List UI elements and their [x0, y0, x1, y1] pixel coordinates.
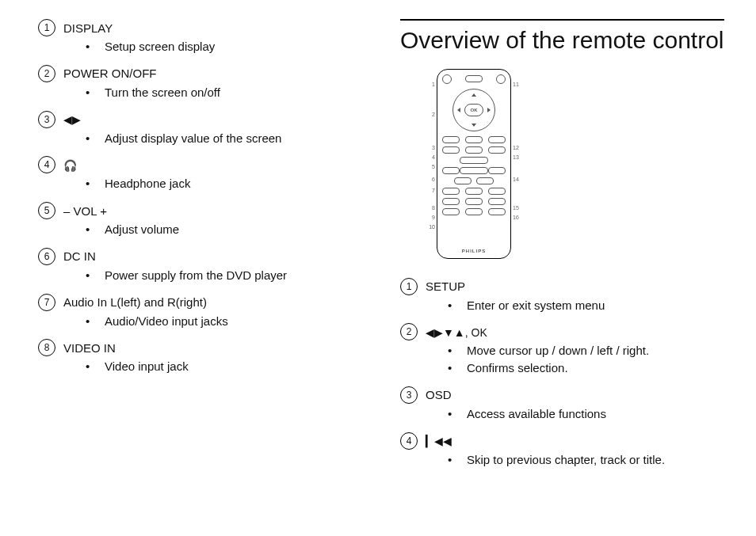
right-items-list: 1SETUPEnter or exit system menu2◀▶▼▲, OK… [400, 278, 724, 469]
remote-callout-number: 10 [426, 224, 435, 230]
item-number-circle: 5 [38, 202, 55, 219]
item-head: 4▎◀◀ [400, 432, 724, 450]
item-title: ◀▶▼▲, OK [426, 325, 487, 339]
remote-callout-number: 6 [426, 177, 435, 182]
item-title: Audio In L(left) and R(right) [63, 295, 207, 309]
item-title: POWER ON/OFF [63, 67, 157, 80]
item-description-list: Power supply from the DVD player [38, 267, 362, 284]
definition-item: 7Audio In L(left) and R(right)Audio/Vide… [38, 294, 362, 330]
remote-callout-number: 2 [426, 112, 435, 117]
remote-callout-number: 4 [426, 154, 435, 160]
item-title: ▎◀◀ [426, 434, 452, 447]
remote-callout-number: 14 [513, 177, 522, 182]
item-head: 1SETUP [400, 278, 724, 295]
remote-callout-number: 9 [426, 215, 435, 220]
item-head: 6DC IN [38, 248, 362, 265]
item-glyph-icon: 🎧 [63, 159, 77, 172]
item-description: Setup screen display [86, 38, 362, 55]
dpad-icon: OK [452, 89, 495, 131]
item-title: – VOL + [63, 204, 107, 218]
remote-callouts-right: 111213141516 [511, 69, 522, 259]
definition-item: 2POWER ON/OFFTurn the screen on/off [38, 65, 362, 101]
item-number-circle: 1 [400, 278, 418, 295]
item-description: Video input jack [86, 358, 362, 375]
item-description-list: Turn the screen on/off [38, 84, 362, 101]
overview-heading: Overview of the remote control [400, 27, 724, 55]
item-title: ◀▶ [63, 112, 81, 126]
remote-callout-number: 15 [513, 205, 522, 211]
item-description: Headphone jack [86, 175, 362, 192]
item-number-circle: 4 [38, 156, 55, 173]
item-description-list: Audio/Video input jacks [38, 313, 362, 330]
item-description: Power supply from the DVD player [86, 267, 362, 284]
item-glyph-icon: ◀▶ [63, 113, 81, 126]
item-description-list: Headphone jack [38, 175, 362, 192]
item-number-circle: 1 [38, 19, 55, 36]
item-head: 7Audio In L(left) and R(right) [38, 294, 362, 311]
item-number-circle: 3 [400, 386, 418, 404]
item-title: VIDEO IN [63, 341, 116, 355]
item-description: Adjust display value of the screen [86, 130, 362, 147]
definition-item: 3◀▶Adjust display value of the screen [38, 111, 362, 147]
item-head: 4🎧 [38, 156, 362, 173]
definition-item: 1SETUPEnter or exit system menu [400, 278, 724, 314]
item-head: 8VIDEO IN [38, 339, 362, 356]
item-description: Audio/Video input jacks [86, 313, 362, 330]
remote-brand: PHILIPS [462, 249, 486, 255]
item-head: 5– VOL + [38, 202, 362, 219]
definition-item: 1DISPLAYSetup screen display [38, 19, 362, 55]
item-title: SETUP [426, 279, 465, 293]
item-description: Turn the screen on/off [86, 84, 362, 101]
left-column: 1DISPLAYSetup screen display2POWER ON/OF… [38, 19, 362, 517]
item-description: Move cursor up / down / left / right. [448, 342, 724, 359]
item-glyph-icon: ▎◀◀ [426, 435, 452, 447]
definition-item: 2◀▶▼▲, OKMove cursor up / down / left / … [400, 323, 724, 377]
item-number-circle: 2 [38, 65, 55, 82]
item-title: DC IN [63, 249, 96, 263]
right-column: Overview of the remote control 123456789… [400, 19, 724, 517]
item-number-circle: 6 [38, 248, 55, 265]
definition-item: 4▎◀◀Skip to previous chapter, track or t… [400, 432, 724, 469]
item-description-list: Enter or exit system menu [400, 297, 724, 314]
remote-callout-number: 13 [513, 154, 522, 160]
item-title: OSD [426, 388, 452, 401]
item-description-list: Move cursor up / down / left / right.Con… [400, 342, 724, 377]
remote-callout-number: 3 [426, 145, 435, 150]
remote-figure: 12345678910 OK PHILIPS [426, 69, 724, 259]
remote-callouts-left: 12345678910 [426, 69, 437, 259]
definition-item: 6DC INPower supply from the DVD player [38, 248, 362, 284]
item-number-circle: 2 [400, 323, 418, 340]
manual-page: 1DISPLAYSetup screen display2POWER ON/OF… [0, 0, 756, 536]
item-head: 3OSD [400, 386, 724, 404]
remote-callout-number: 16 [513, 215, 522, 220]
item-description-list: Skip to previous chapter, track or title… [400, 451, 724, 469]
item-description-list: Video input jack [38, 358, 362, 375]
item-title: 🎧 [63, 158, 77, 172]
item-description-list: Adjust display value of the screen [38, 130, 362, 147]
item-description-list: Access available functions [400, 405, 724, 423]
remote-callout-number: 11 [513, 82, 522, 87]
item-number-circle: 4 [400, 432, 418, 450]
item-description: Enter or exit system menu [448, 297, 724, 314]
item-head: 3◀▶ [38, 111, 362, 128]
item-number-circle: 3 [38, 111, 55, 128]
item-description: Adjust volume [86, 221, 362, 238]
definition-item: 5– VOL +Adjust volume [38, 202, 362, 238]
item-title: DISPLAY [63, 21, 113, 35]
definition-item: 3OSDAccess available functions [400, 386, 724, 423]
item-number-circle: 8 [38, 339, 55, 356]
remote-control-illustration: OK PHILIPS [437, 69, 511, 259]
remote-callout-number: 12 [513, 145, 522, 150]
remote-callout-number: 7 [426, 188, 435, 193]
definition-item: 4🎧Headphone jack [38, 156, 362, 192]
item-description: Confirms selection. [448, 359, 724, 377]
definition-item: 8VIDEO INVideo input jack [38, 339, 362, 375]
item-description: Access available functions [448, 405, 724, 423]
item-head: 1DISPLAY [38, 19, 362, 36]
item-head: 2POWER ON/OFF [38, 65, 362, 82]
ok-button: OK [464, 104, 483, 116]
item-number-circle: 7 [38, 294, 55, 311]
item-glyph-icon: ◀▶▼▲, OK [426, 326, 487, 339]
remote-callout-number: 5 [426, 164, 435, 169]
remote-callout-number: 1 [426, 82, 435, 87]
